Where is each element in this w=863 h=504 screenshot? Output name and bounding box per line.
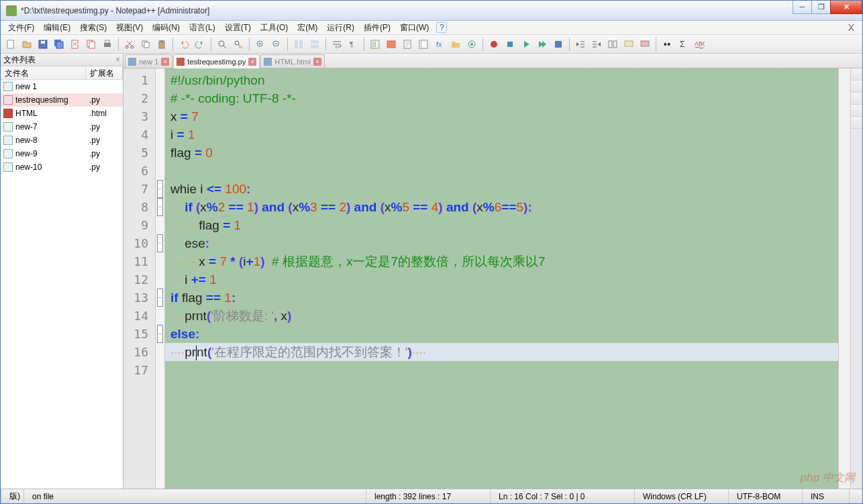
zoom-in-icon[interactable] xyxy=(253,37,268,52)
file-list-item[interactable]: new 1 xyxy=(1,80,123,93)
line-number[interactable]: 9 xyxy=(123,216,155,234)
line-number[interactable]: 17 xyxy=(123,361,155,379)
fold-margin[interactable]: −−−−− xyxy=(156,68,165,489)
fold-toggle[interactable]: − xyxy=(156,325,164,343)
zoom-out-icon[interactable] xyxy=(269,37,284,52)
sum-icon[interactable]: Σ xyxy=(676,37,691,52)
redo-icon[interactable] xyxy=(193,37,207,52)
sync-h-icon[interactable] xyxy=(307,37,322,52)
column-ext[interactable]: 扩展名 xyxy=(86,66,123,79)
lang-icon[interactable] xyxy=(384,37,399,52)
indent-guide-icon[interactable] xyxy=(368,37,383,52)
comment-icon[interactable] xyxy=(621,37,636,52)
menu-item[interactable]: 窗口(W) xyxy=(395,21,434,35)
stop-icon[interactable] xyxy=(503,37,517,52)
menu-item[interactable]: 编辑(E) xyxy=(39,21,75,35)
code-line[interactable]: ········x = 7 * (i+1) # 根据题意，x一定是7的整数倍，所… xyxy=(170,252,833,270)
editor-tab[interactable]: HTML.html× xyxy=(260,54,325,68)
line-number[interactable]: 11 xyxy=(123,252,155,270)
sync-v-icon[interactable] xyxy=(291,37,306,52)
code-line[interactable]: ····ese: xyxy=(170,234,833,252)
record-icon[interactable] xyxy=(487,37,501,52)
code-text[interactable]: #!/usr/bin/python# -*- coding: UTF-8 -*-… xyxy=(165,68,838,489)
print-icon[interactable] xyxy=(100,37,115,52)
line-number[interactable]: 13 xyxy=(123,289,155,307)
status-encoding[interactable]: UTF-8-BOM xyxy=(729,489,803,503)
file-list-item[interactable]: HTML.html xyxy=(1,107,123,120)
line-number[interactable]: 3 xyxy=(123,107,155,125)
editor-tab[interactable]: testrequestimg.py× xyxy=(173,54,260,68)
menu-item[interactable]: 工具(O) xyxy=(256,21,293,35)
line-number[interactable]: 1 xyxy=(123,71,155,89)
line-number[interactable]: 5 xyxy=(123,144,155,162)
doc-list-icon[interactable] xyxy=(416,37,431,52)
close-all-icon[interactable] xyxy=(84,37,99,52)
uncomment-icon[interactable] xyxy=(638,37,652,52)
outdent-icon[interactable] xyxy=(573,37,588,52)
save-icon[interactable] xyxy=(36,37,50,52)
doc-map-icon[interactable] xyxy=(400,37,415,52)
line-number[interactable]: 7 xyxy=(123,180,155,198)
scrollbar[interactable] xyxy=(838,68,850,489)
menu-item[interactable]: 文件(F) xyxy=(3,21,39,35)
code-line[interactable]: i = 1 xyxy=(170,125,833,144)
menu-item[interactable]: 设置(T) xyxy=(220,21,256,35)
save-macro-icon[interactable] xyxy=(551,37,566,52)
file-list-item[interactable]: new-9.py xyxy=(1,147,123,160)
change-marker-bar[interactable] xyxy=(850,68,862,489)
code-line[interactable]: ········flag = 1 xyxy=(170,216,833,234)
folder-icon[interactable] xyxy=(448,37,463,52)
editor-tab[interactable]: new 1× xyxy=(125,54,172,68)
func-list-icon[interactable]: fx xyxy=(432,37,447,52)
code-line[interactable]: ····if (x%2 == 1) and (x%3 == 2) and (x%… xyxy=(170,198,833,216)
fold-toggle[interactable]: − xyxy=(156,180,164,198)
play-icon[interactable] xyxy=(519,37,534,52)
monitor-icon[interactable] xyxy=(464,37,479,52)
line-number-gutter[interactable]: 1234567891011121314151617 xyxy=(123,68,156,489)
status-insert-mode[interactable]: INS xyxy=(803,489,850,503)
close-button[interactable]: ✕ xyxy=(830,1,862,14)
line-number[interactable]: 15 xyxy=(123,325,155,343)
code-line[interactable] xyxy=(170,162,833,180)
tab-close-icon[interactable]: × xyxy=(248,58,256,66)
code-line[interactable]: ····prnt('在程序限定的范围内找不到答案！')···· xyxy=(165,343,838,361)
menu-item[interactable]: 语言(L) xyxy=(185,21,220,35)
code-line[interactable]: else: xyxy=(170,325,833,343)
code-line[interactable]: flag = 0 xyxy=(170,144,833,162)
code-line[interactable]: ····i += 1 xyxy=(170,270,833,289)
minimize-button[interactable]: ─ xyxy=(793,1,812,14)
spellcheck-icon[interactable]: ABC xyxy=(692,37,707,52)
maximize-button[interactable]: ❐ xyxy=(811,1,831,14)
file-list-item[interactable]: new-7.py xyxy=(1,120,123,134)
line-number[interactable]: 12 xyxy=(123,270,155,289)
line-number[interactable]: 16 xyxy=(123,343,155,361)
line-number[interactable]: 6 xyxy=(123,162,155,180)
file-list-item[interactable]: new-8.py xyxy=(1,134,123,147)
undo-icon[interactable] xyxy=(176,37,191,52)
menu-item[interactable]: 宏(M) xyxy=(293,21,322,35)
fold-toggle[interactable]: − xyxy=(156,198,164,216)
menu-item[interactable]: 搜索(S) xyxy=(75,21,111,35)
fold-toggle[interactable]: − xyxy=(156,289,164,307)
status-eol[interactable]: Windows (CR LF) xyxy=(635,489,729,503)
new-file-icon[interactable] xyxy=(3,37,18,52)
code-line[interactable]: whie i <= 100: xyxy=(170,180,833,198)
line-number[interactable]: 10 xyxy=(123,234,155,252)
sidebar-close-icon[interactable]: × xyxy=(115,55,120,64)
indent-icon[interactable] xyxy=(589,37,604,52)
code-line[interactable]: #!/usr/bin/python xyxy=(170,71,833,89)
code-editor[interactable]: 1234567891011121314151617 −−−−− #!/usr/b… xyxy=(123,68,862,489)
titlebar[interactable]: *D:\txt\testrequestimg.py - Notepad++ [A… xyxy=(1,1,862,21)
close-file-icon[interactable] xyxy=(68,37,83,52)
line-number[interactable]: 14 xyxy=(123,307,155,325)
cut-icon[interactable] xyxy=(122,37,137,52)
code-line[interactable]: # -*- coding: UTF-8 -*- xyxy=(170,89,833,107)
paste-icon[interactable] xyxy=(154,37,169,52)
play-multi-icon[interactable] xyxy=(535,37,550,52)
menu-item[interactable]: 运行(R) xyxy=(322,21,359,35)
help-icon[interactable]: ? xyxy=(436,22,447,33)
tab-close-icon[interactable]: × xyxy=(313,58,321,66)
code-line[interactable]: if flag == 1: xyxy=(170,289,833,307)
convert-icon[interactable] xyxy=(605,37,620,52)
file-list-item[interactable]: new-10.py xyxy=(1,160,123,174)
